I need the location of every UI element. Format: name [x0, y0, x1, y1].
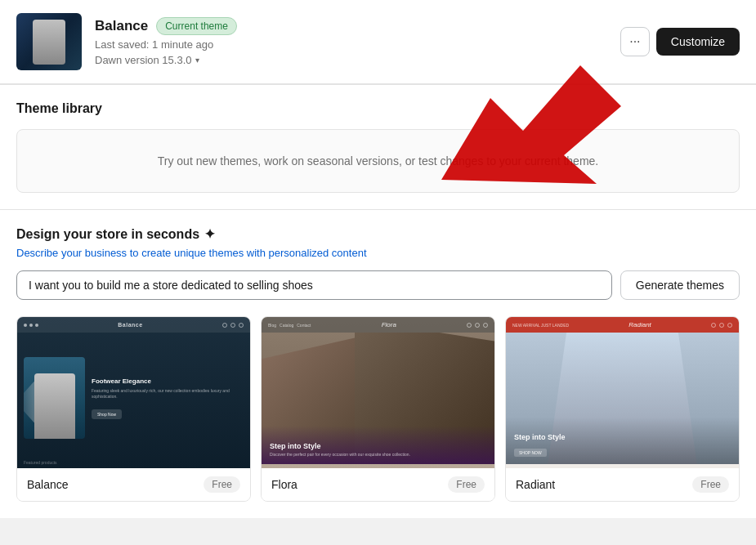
- theme-card-flora-footer: Flora Free: [262, 468, 494, 501]
- balance-nav-logo: Balance: [118, 322, 142, 328]
- more-options-button[interactable]: ···: [620, 27, 650, 56]
- design-input[interactable]: [16, 270, 612, 300]
- sparkle-icon: ✦: [204, 226, 215, 242]
- theme-card-balance-image: Balance: [17, 317, 250, 468]
- design-title-text: Design your store in seconds: [16, 227, 199, 242]
- theme-library-banner: Try out new themes, work on seasonal ver…: [16, 129, 740, 193]
- theme-actions: ··· Customize: [620, 27, 740, 56]
- theme-card-balance-price: Free: [204, 476, 240, 493]
- theme-card-flora-name: Flora: [271, 478, 297, 491]
- theme-saved-text: Last saved: 1 minute ago: [95, 38, 237, 51]
- theme-card-flora-price: Free: [448, 476, 485, 493]
- theme-library-section: Theme library Try out new themes, work o…: [0, 85, 756, 193]
- theme-meta: Balance Current theme Last saved: 1 minu…: [95, 17, 237, 66]
- theme-library-title: Theme library: [16, 101, 740, 116]
- radiant-step-title: Step into Style: [514, 433, 731, 441]
- theme-card-balance-name: Balance: [27, 478, 69, 491]
- theme-library-banner-text: Try out new themes, work on seasonal ver…: [158, 154, 599, 168]
- design-input-row: Generate themes: [16, 270, 740, 300]
- design-title: Design your store in seconds ✦: [16, 226, 740, 242]
- flora-nav-logo: Flora: [382, 321, 396, 328]
- customize-button[interactable]: Customize: [656, 28, 740, 56]
- theme-card-radiant-price: Free: [692, 476, 729, 493]
- theme-card-flora-image: Blog Catalog Contact Flora: [262, 317, 494, 468]
- theme-card-balance: Balance: [16, 316, 251, 502]
- design-section: Design your store in seconds ✦ Describe …: [0, 210, 756, 518]
- current-theme-section: Balance Current theme Last saved: 1 minu…: [0, 0, 756, 84]
- theme-card-radiant: NEW ARRIVAL JUST LANDED Radiant: [505, 316, 740, 502]
- theme-card-balance-footer: Balance Free: [17, 468, 250, 501]
- theme-thumbnail: [16, 13, 82, 70]
- generate-themes-button[interactable]: Generate themes: [620, 270, 740, 300]
- radiant-nav-logo: Radiant: [629, 321, 651, 328]
- theme-title-row: Balance Current theme: [95, 17, 237, 35]
- flora-step-title: Step into Style: [270, 442, 486, 450]
- theme-info: Balance Current theme Last saved: 1 minu…: [16, 13, 237, 70]
- theme-card-radiant-footer: Radiant Free: [506, 468, 739, 501]
- theme-version-text: Dawn version 15.3.0: [95, 54, 192, 66]
- theme-cards-container: Balance: [16, 316, 740, 502]
- balance-hero-desc: Featuring sleek and luxuriously rich, ou…: [92, 388, 244, 400]
- radiant-shop-btn: SHOP NOW: [514, 449, 547, 457]
- theme-version-selector[interactable]: Dawn version 15.3.0 ▾: [95, 54, 237, 66]
- theme-card-flora: Blog Catalog Contact Flora: [261, 316, 495, 502]
- theme-name: Balance: [95, 18, 148, 34]
- balance-hero-title: Footwear Elegance: [92, 377, 244, 385]
- flora-step-desc: Discover the perfect pair for every occa…: [270, 452, 486, 458]
- balance-featured-label: Featured products: [24, 460, 57, 465]
- theme-card-radiant-image: NEW ARRIVAL JUST LANDED Radiant: [506, 317, 739, 468]
- current-theme-badge: Current theme: [156, 17, 237, 35]
- balance-hero-btn: Shop Now: [92, 409, 122, 419]
- design-description: Describe your business to create unique …: [16, 247, 740, 259]
- theme-card-radiant-name: Radiant: [516, 478, 555, 491]
- chevron-down-icon: ▾: [195, 56, 199, 65]
